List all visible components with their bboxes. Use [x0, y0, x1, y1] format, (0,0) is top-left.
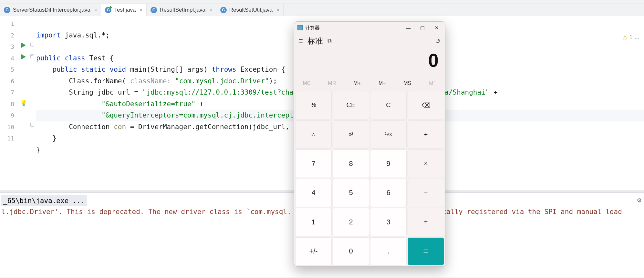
class-file-icon: C	[220, 7, 227, 13]
key-negate[interactable]: +/-	[295, 237, 332, 266]
gutter-icon-column: 💡	[20, 16, 30, 190]
key-c[interactable]: C	[370, 91, 407, 119]
code-token: );	[269, 77, 277, 85]
console-output: l.jdbc.Driver'. This is deprecated. The …	[1, 208, 291, 216]
hamburger-icon[interactable]: ≡	[299, 37, 303, 45]
calculator-window[interactable]: 计算器 — ▢ ✕ ≡ 标准 ⧉ ↺ 0 MC MR M+ M− MS M˅ %…	[294, 21, 445, 267]
code-token: main(String[] args)	[126, 66, 212, 73]
tab-resultsetutil[interactable]: C ResultSetUtil.java ×	[216, 4, 284, 16]
key-backspace[interactable]: ⌫	[408, 91, 444, 119]
line-number: 10	[0, 121, 20, 133]
console-output: tically registered via the SPI and manua…	[434, 208, 622, 216]
tab-resultsetimpl[interactable]: C ResultSetImpl.java ×	[147, 4, 216, 16]
key-label: ¹⁄ₓ	[311, 131, 316, 138]
close-icon[interactable]: ×	[139, 7, 143, 13]
code-token: throws	[212, 66, 236, 73]
calculator-keypad: % CE C ⌫ ¹⁄ₓ x² ²√x ÷ 7 8 9 × 4 5 6 − 1 …	[294, 90, 445, 266]
close-icon[interactable]: ×	[93, 7, 97, 13]
tab-label: ResultSetImpl.java	[160, 7, 205, 13]
code-token: }	[36, 134, 57, 142]
mem-mminus[interactable]: M−	[369, 77, 395, 90]
code-token: static	[81, 66, 106, 73]
key-equals[interactable]: =	[408, 237, 444, 266]
code-token: String jdbc_url =	[36, 88, 142, 96]
key-1[interactable]: 1	[295, 208, 332, 236]
code-token: "&queryInterceptors=com.mysql.cj.jdbc.in…	[36, 111, 294, 119]
tab-test[interactable]: C Test.java ×	[101, 4, 147, 16]
runnable-badge-icon	[110, 6, 112, 9]
key-square[interactable]: x²	[333, 120, 369, 149]
fold-toggle-icon[interactable]	[30, 123, 34, 127]
maximize-button[interactable]: ▢	[415, 23, 430, 33]
fold-toggle-icon[interactable]	[30, 43, 34, 46]
editor-tabs: C ServerStatusDiffInterceptor.java × C T…	[0, 4, 644, 16]
key-add[interactable]: +	[408, 208, 444, 236]
key-4[interactable]: 4	[295, 179, 332, 207]
ide-top-strip	[0, 0, 644, 4]
key-2[interactable]: 2	[333, 208, 369, 236]
key-8[interactable]: 8	[333, 149, 369, 178]
tab-serverstatus[interactable]: C ServerStatusDiffInterceptor.java ×	[0, 4, 101, 16]
code-token: Class.forName(	[36, 77, 130, 85]
gear-icon[interactable]: ⚙	[637, 195, 641, 206]
line-number: 8	[0, 98, 20, 110]
tab-label: Test.java	[114, 7, 136, 13]
key-decimal[interactable]: .	[370, 237, 407, 266]
key-3[interactable]: 3	[370, 208, 407, 236]
fold-toggle-icon[interactable]	[30, 54, 34, 58]
line-number: 7	[0, 87, 20, 98]
code-token: = DriverManager.getConnection(jdbc_url,	[126, 123, 289, 131]
code-token: import	[36, 31, 61, 39]
keep-on-top-icon[interactable]: ⧉	[327, 38, 332, 45]
key-6[interactable]: 6	[370, 179, 407, 207]
mem-mc[interactable]: MC	[294, 77, 319, 90]
key-percent[interactable]: %	[295, 91, 332, 119]
key-sqrt[interactable]: ²√x	[370, 120, 407, 149]
code-token: Exception {	[236, 66, 286, 73]
run-line-icon[interactable]	[21, 43, 26, 48]
history-icon[interactable]: ↺	[435, 37, 441, 45]
line-number: 2	[0, 30, 20, 41]
line-number: 1	[0, 18, 20, 30]
mem-mr[interactable]: MR	[319, 77, 345, 90]
key-reciprocal[interactable]: ¹⁄ₓ	[295, 120, 332, 149]
line-number: 9	[0, 110, 20, 121]
key-ce[interactable]: CE	[333, 91, 369, 119]
code-token: +	[489, 88, 497, 96]
calculator-titlebar[interactable]: 计算器 — ▢ ✕	[294, 22, 445, 34]
key-label: x²	[349, 131, 353, 137]
intention-bulb-icon[interactable]: 💡	[20, 99, 27, 107]
key-7[interactable]: 7	[295, 149, 332, 178]
line-number: 5	[0, 64, 20, 76]
warning-count: 1	[629, 35, 632, 40]
key-divide[interactable]: ÷	[408, 120, 444, 149]
close-button[interactable]: ✕	[430, 23, 444, 33]
code-token: class	[65, 54, 85, 62]
class-file-letter: C	[107, 7, 110, 12]
key-0[interactable]: 0	[333, 237, 369, 266]
minimize-button[interactable]: —	[401, 23, 415, 33]
inlay-hint: className:	[130, 77, 171, 85]
key-subtract[interactable]: −	[408, 179, 444, 207]
class-file-icon: C	[4, 7, 10, 13]
key-5[interactable]: 5	[333, 179, 369, 207]
mem-mplus[interactable]: M+	[345, 77, 370, 90]
line-number: 11	[0, 133, 20, 144]
run-line-icon[interactable]	[21, 54, 26, 59]
mem-mlist[interactable]: M˅	[420, 77, 445, 90]
memory-row: MC MR M+ M− MS M˅	[294, 77, 445, 90]
key-9[interactable]: 9	[370, 149, 407, 178]
highlight-level-icon[interactable]: ︿	[634, 34, 640, 41]
tab-label: ResultSetUtil.java	[229, 7, 273, 13]
calculator-app-icon	[297, 25, 303, 30]
class-file-icon: C	[105, 7, 111, 13]
warning-icon: ⚠	[622, 34, 628, 41]
close-icon[interactable]: ×	[275, 7, 279, 13]
close-icon[interactable]: ×	[208, 7, 212, 13]
inspection-summary[interactable]: ⚠ 1 ︿	[622, 34, 640, 41]
console-command-line: _65\bin\java.exe ...	[1, 195, 87, 206]
code-token: Test {	[85, 54, 114, 62]
code-token: con	[114, 123, 126, 131]
key-multiply[interactable]: ×	[408, 149, 444, 178]
mem-ms[interactable]: MS	[395, 77, 420, 90]
